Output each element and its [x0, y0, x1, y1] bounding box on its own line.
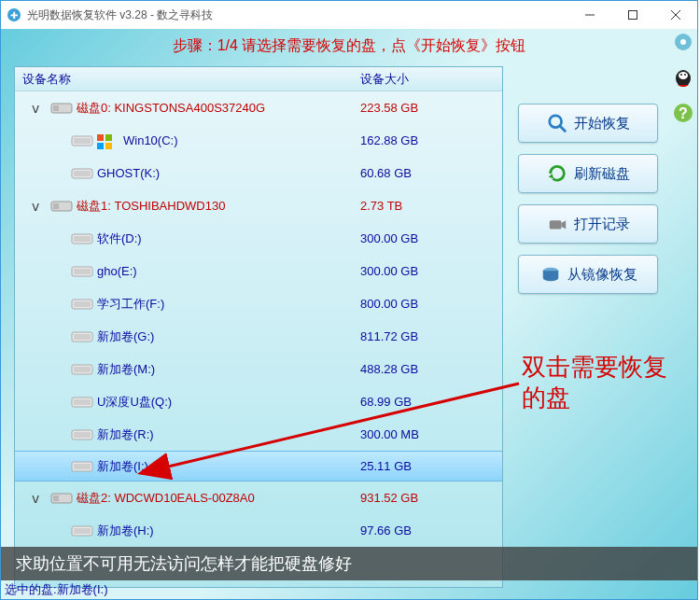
svg-rect-23: [74, 171, 91, 176]
refresh-disk-button[interactable]: 刷新磁盘: [518, 154, 658, 193]
svg-line-47: [560, 126, 566, 132]
row-label: 磁盘1: TOSHIBAHDWD130: [77, 198, 225, 215]
row-label: 学习工作(F:): [97, 296, 164, 313]
row-size: 68.99 GB: [353, 395, 502, 409]
col-size[interactable]: 设备大小: [353, 67, 502, 91]
svg-rect-37: [74, 399, 91, 405]
svg-rect-33: [74, 334, 91, 340]
disk-row[interactable]: ⅴ磁盘1: TOSHIBAHDWD1302.73 TB: [15, 189, 502, 222]
qq-icon[interactable]: [670, 64, 696, 91]
volume-row[interactable]: 新加卷(G:)811.72 GB: [15, 320, 502, 353]
camera-icon: [546, 213, 568, 235]
svg-rect-15: [53, 105, 59, 111]
row-label: Win10(C:): [123, 133, 178, 147]
partition-icon: [71, 330, 91, 343]
volume-row[interactable]: gho(E:)300.00 GB: [15, 255, 502, 287]
svg-text:✚: ✚: [10, 10, 18, 21]
disk-row[interactable]: ⅴ磁盘0: KINGSTONSA400S37240G223.58 GB: [15, 91, 502, 124]
partition-icon: [71, 428, 91, 441]
svg-point-9: [679, 72, 688, 79]
svg-point-10: [680, 74, 682, 76]
svg-marker-50: [562, 220, 567, 229]
svg-rect-39: [74, 432, 91, 438]
partition-icon: [71, 232, 91, 245]
side-toolbar: ?: [669, 29, 697, 126]
volume-row[interactable]: GHOST(K:)60.68 GB: [15, 157, 502, 189]
svg-rect-20: [97, 143, 104, 149]
button-label: 刷新磁盘: [574, 165, 630, 183]
volume-row[interactable]: 新加卷(H:)97.66 GB: [15, 514, 502, 547]
app-icon: ✚: [7, 7, 21, 22]
svg-rect-35: [74, 367, 91, 372]
chevron-down-icon[interactable]: ⅴ: [32, 199, 45, 214]
volume-row[interactable]: 新加卷(R:)300.00 MB: [15, 418, 502, 451]
hdd-icon: [50, 492, 71, 505]
svg-rect-25: [53, 203, 59, 209]
row-size: 162.88 GB: [353, 133, 502, 147]
row-label: 新加卷(G:): [97, 328, 154, 345]
close-button[interactable]: [654, 1, 697, 29]
button-label: 打开记录: [574, 216, 630, 233]
svg-rect-43: [53, 495, 59, 501]
row-label: 新加卷(R:): [97, 426, 154, 443]
hdd-icon: [50, 102, 71, 115]
volume-row[interactable]: 新加卷(I:)25.11 GB: [15, 451, 502, 481]
svg-rect-45: [74, 528, 91, 534]
partition-icon: [71, 460, 91, 473]
col-name[interactable]: 设备名称: [15, 67, 353, 91]
row-label: 磁盘2: WDCWD10EALS-00Z8A0: [77, 490, 255, 507]
search-icon: [546, 112, 568, 134]
partition-icon: [71, 363, 91, 376]
button-label: 从镜像恢复: [567, 266, 637, 284]
open-log-button[interactable]: 打开记录: [518, 204, 658, 244]
device-panel: 设备名称 设备大小 ⅴ磁盘0: KINGSTONSA400S37240G223.…: [14, 66, 503, 588]
hdd-icon: [50, 200, 71, 213]
row-label: 新加卷(M:): [97, 361, 155, 378]
row-size: 60.68 GB: [353, 166, 502, 180]
row-label: 软件(D:): [97, 230, 142, 247]
device-tree[interactable]: ⅴ磁盘0: KINGSTONSA400S37240G223.58 GBWin10…: [15, 91, 502, 587]
minimize-button[interactable]: [568, 1, 611, 29]
svg-rect-29: [74, 269, 91, 274]
svg-rect-3: [629, 11, 637, 20]
row-size: 25.11 GB: [353, 459, 502, 473]
svg-text:?: ?: [679, 105, 688, 121]
chevron-down-icon[interactable]: ⅴ: [32, 101, 45, 116]
titlebar: ✚ 光明数据恢复软件 v3.28 - 数之寻科技: [1, 1, 697, 29]
row-size: 97.66 GB: [353, 523, 502, 537]
row-size: 488.28 GB: [353, 362, 502, 376]
row-label: gho(E:): [97, 264, 137, 278]
caption-bar: 求助位置不可用无法访问怎样才能把硬盘修好: [1, 547, 697, 580]
partition-icon: [71, 524, 91, 537]
row-size: 300.00 GB: [353, 231, 502, 245]
svg-point-7: [680, 39, 686, 45]
row-label: GHOST(K:): [97, 166, 160, 180]
disk-row[interactable]: ⅴ磁盘2: WDCWD10EALS-00Z8A0931.52 GB: [15, 481, 502, 514]
settings-icon[interactable]: [670, 29, 696, 55]
row-size: 931.52 GB: [353, 491, 502, 505]
volume-row[interactable]: 软件(D:)300.00 GB: [15, 222, 502, 255]
row-size: 300.00 GB: [353, 264, 502, 278]
volume-row[interactable]: 学习工作(F:)800.00 GB: [15, 287, 502, 320]
help-icon[interactable]: ?: [670, 100, 696, 126]
window-title: 光明数据恢复软件 v3.28 - 数之寻科技: [27, 7, 568, 23]
refresh-icon: [546, 162, 568, 185]
from-image-button[interactable]: 从镜像恢复: [518, 255, 658, 294]
partition-icon: [71, 396, 91, 409]
volume-row[interactable]: U深度U盘(Q:)68.99 GB: [15, 385, 502, 418]
button-label: 开始恢复: [574, 115, 630, 133]
start-recover-button[interactable]: 开始恢复: [518, 104, 658, 143]
chevron-down-icon[interactable]: ⅴ: [32, 491, 45, 506]
volume-row[interactable]: 新加卷(M:)488.28 GB: [15, 353, 502, 385]
svg-point-11: [684, 74, 686, 76]
partition-icon: [71, 134, 91, 147]
step-hint: 步骤：1/4 请选择需要恢复的盘，点《开始恢复》按钮: [1, 29, 697, 62]
maximize-button[interactable]: [611, 1, 654, 29]
svg-rect-21: [105, 143, 112, 149]
volume-row[interactable]: Win10(C:)162.88 GB: [15, 124, 502, 157]
row-size: 223.58 GB: [353, 101, 502, 115]
svg-rect-19: [105, 134, 112, 141]
row-size: 2.73 TB: [353, 199, 502, 213]
row-size: 800.00 GB: [353, 297, 502, 311]
partition-icon: [71, 265, 91, 278]
